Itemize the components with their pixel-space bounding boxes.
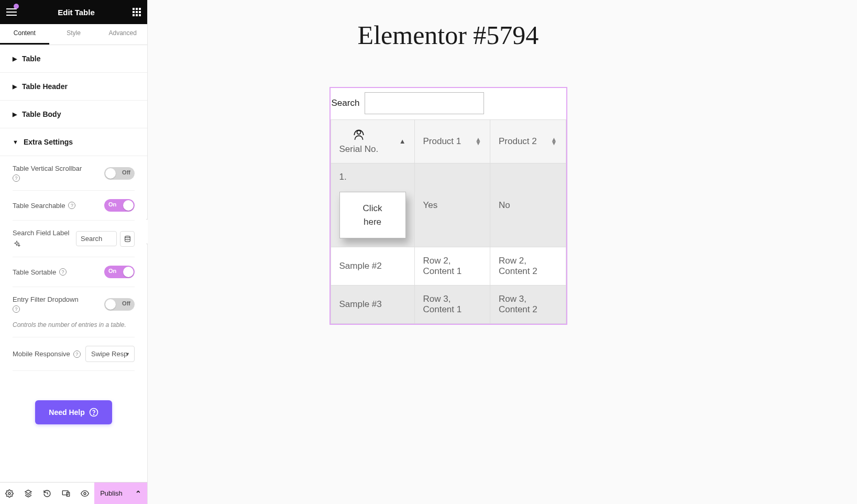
button-label: Need Help [49, 408, 84, 417]
svg-rect-7 [136, 14, 138, 16]
header-label: Serial No. [339, 144, 379, 155]
svg-point-16 [357, 130, 360, 134]
toggle-state: Off [122, 169, 130, 176]
svg-rect-2 [139, 8, 141, 10]
tab-advanced[interactable]: Advanced [98, 24, 147, 45]
control-label: Table Searchable [13, 202, 65, 210]
cell-text: Row 3, Content 1 [414, 286, 490, 324]
toggle-knob [123, 267, 134, 277]
help-icon[interactable]: ? [68, 202, 75, 209]
svg-rect-5 [139, 11, 141, 13]
svg-rect-1 [136, 8, 138, 10]
table-search-input[interactable] [365, 92, 484, 114]
svg-rect-13 [62, 490, 68, 495]
search-label: Search [332, 98, 360, 108]
ai-icon[interactable] [13, 240, 21, 248]
section-table[interactable]: ▶ Table [0, 45, 147, 73]
toggle-knob [105, 299, 116, 310]
responsive-button[interactable] [57, 483, 75, 505]
section-label: Table [22, 54, 41, 63]
section-table-body[interactable]: ▶ Table Body [0, 101, 147, 128]
control-hint: Controls the number of entries in a tabl… [13, 321, 135, 337]
toggle-sortable[interactable]: On [104, 266, 135, 278]
dynamic-tags-button[interactable] [120, 231, 135, 247]
caret-right-icon: ▶ [13, 111, 17, 118]
cell-text: Yes [414, 163, 490, 247]
cell-text: No [490, 163, 566, 247]
page-title: Elementor #5794 [148, 20, 749, 50]
sort-icon: ▲▼ [551, 138, 557, 145]
control-label: Search Field Label [13, 229, 69, 237]
section-label: Table Body [22, 110, 61, 118]
toggle-entry-filter[interactable]: Off [104, 298, 135, 311]
section-extra-settings[interactable]: ▼ Extra Settings [0, 128, 147, 156]
toggle-state: On [108, 201, 116, 207]
toggle-knob [123, 200, 134, 211]
control-label: Entry Filter Dropdown [13, 295, 79, 303]
user-icon [352, 128, 366, 142]
cell-text: Sample #2 [331, 247, 414, 286]
history-button[interactable] [38, 483, 57, 505]
svg-rect-4 [136, 11, 138, 13]
table-widget[interactable]: Search Serial No. ▲ [329, 87, 567, 325]
toggle-state: Off [122, 300, 130, 306]
help-icon[interactable]: ? [13, 305, 20, 313]
settings-button[interactable] [0, 483, 19, 505]
select-value: Swipe Resp [91, 350, 127, 358]
svg-rect-8 [139, 14, 141, 16]
need-help-button[interactable]: Need Help [35, 400, 112, 424]
notification-dot [14, 4, 19, 9]
toggle-state: On [108, 268, 116, 274]
cell-text: Row 2, Content 1 [414, 247, 490, 286]
control-label: Table Sortable [13, 268, 56, 276]
preview-button[interactable] [75, 483, 94, 505]
header-label: Product 1 [423, 136, 462, 147]
caret-down-icon: ▼ [13, 139, 18, 145]
search-field-label-input[interactable] [76, 231, 117, 246]
column-header-serial[interactable]: Serial No. ▲ [331, 120, 414, 163]
sort-icon: ▲▼ [475, 138, 481, 145]
section-label: Table Header [22, 82, 68, 91]
cell-text: Sample #3 [331, 286, 414, 324]
widgets-grid-button[interactable] [133, 8, 141, 16]
navigator-button[interactable] [19, 483, 38, 505]
sort-asc-icon: ▲ [399, 139, 406, 144]
help-icon[interactable]: ? [59, 268, 67, 276]
svg-rect-0 [133, 8, 135, 10]
toggle-searchable[interactable]: On [104, 199, 135, 212]
cell-text: Row 3, Content 2 [490, 286, 566, 324]
table-row: Sample #3 Row 3, Content 1 Row 3, Conten… [331, 286, 566, 324]
help-icon[interactable]: ? [13, 174, 20, 182]
column-header-product2[interactable]: Product 2 ▲▼ [490, 120, 566, 163]
column-header-product1[interactable]: Product 1 ▲▼ [414, 120, 490, 163]
help-icon[interactable]: ? [73, 350, 81, 358]
caret-right-icon: ▶ [13, 83, 17, 90]
cell-text: 1. [339, 172, 406, 182]
click-here-button[interactable]: Click here [339, 192, 406, 238]
section-label: Extra Settings [24, 138, 73, 146]
publish-label: Publish [100, 489, 123, 497]
panel-title: Edit Table [58, 8, 95, 17]
cell-text: Row 2, Content 2 [490, 247, 566, 286]
mobile-responsive-select[interactable]: Swipe Resp [85, 346, 135, 362]
help-circle-icon [89, 408, 98, 417]
control-label: Table Vertical Scrollbar [13, 165, 82, 172]
svg-point-9 [125, 236, 130, 237]
publish-button[interactable]: Publish ⌃ [94, 483, 147, 504]
menu-button[interactable] [6, 5, 20, 19]
svg-rect-6 [133, 14, 135, 16]
svg-point-15 [84, 492, 86, 495]
control-label: Mobile Responsive [13, 350, 70, 358]
section-table-header[interactable]: ▶ Table Header [0, 73, 147, 101]
header-label: Product 2 [499, 136, 537, 147]
toggle-vertical-scrollbar[interactable]: Off [104, 167, 135, 180]
svg-point-11 [93, 414, 94, 415]
svg-point-12 [8, 492, 10, 495]
chevron-up-icon: ⌃ [135, 489, 141, 498]
caret-right-icon: ▶ [13, 56, 17, 62]
toggle-knob [105, 168, 116, 179]
tab-content[interactable]: Content [0, 24, 49, 45]
table-row: Sample #2 Row 2, Content 1 Row 2, Conten… [331, 247, 566, 286]
tab-style[interactable]: Style [49, 24, 98, 45]
table-row: 1. Click here Yes No [331, 163, 566, 247]
